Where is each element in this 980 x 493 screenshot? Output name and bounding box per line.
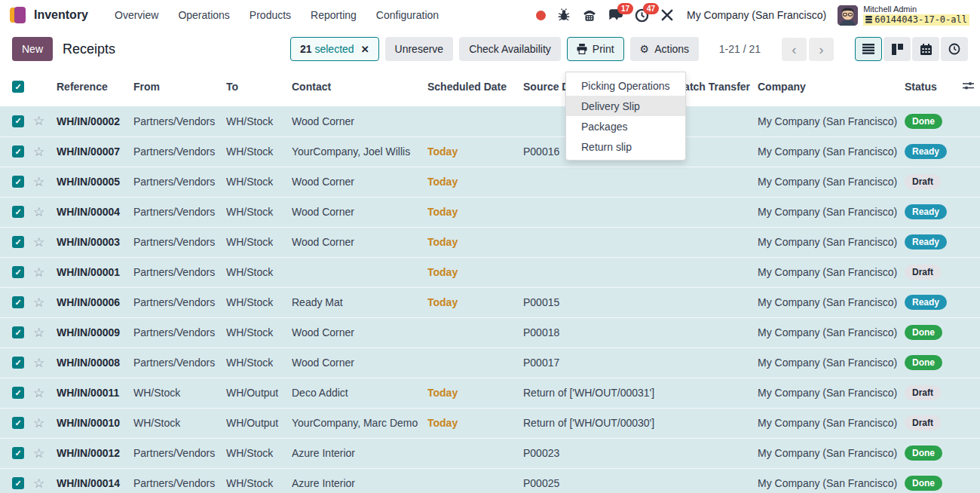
column-header-from[interactable]: From <box>133 67 226 106</box>
debug-bug-icon[interactable] <box>557 8 571 22</box>
tools-icon[interactable] <box>660 8 674 22</box>
cell-contact: Wood Corner <box>292 167 427 197</box>
menu-item-return-slip[interactable]: Return slip <box>566 136 685 157</box>
print-button[interactable]: Print <box>567 37 624 61</box>
cell-company: My Company (San Francisco) <box>758 348 905 378</box>
star-icon[interactable]: ☆ <box>33 235 44 250</box>
star-icon[interactable]: ☆ <box>33 265 44 280</box>
cell-batch-transfer <box>676 378 758 408</box>
table-row[interactable]: ✓ ☆ WH/IN/00011 WH/Stock WH/Output Deco … <box>0 378 980 408</box>
menu-item-picking-operations[interactable]: Picking Operations <box>566 75 685 96</box>
row-checkbox[interactable]: ✓ <box>12 477 24 489</box>
messages-icon[interactable]: 17 <box>608 8 623 22</box>
row-checkbox[interactable]: ✓ <box>12 417 24 429</box>
cell-reference: WH/IN/00002 <box>57 106 133 136</box>
nav-item-overview[interactable]: Overview <box>105 3 168 27</box>
row-checkbox[interactable]: ✓ <box>12 236 24 248</box>
activity-view-icon <box>948 43 960 55</box>
cell-contact: Wood Corner <box>292 197 427 227</box>
pager-next-button[interactable]: › <box>809 38 834 61</box>
user-avatar[interactable] <box>838 5 858 26</box>
select-all-checkbox[interactable]: ✓ <box>12 81 24 93</box>
row-checkbox[interactable]: ✓ <box>12 115 24 127</box>
table-row[interactable]: ✓ ☆ WH/IN/00010 WH/Stock WH/Output YourC… <box>0 408 980 438</box>
menu-item-packages[interactable]: Packages <box>566 116 685 136</box>
column-header-contact[interactable]: Contact <box>292 67 427 106</box>
status-badge: Done <box>905 476 942 491</box>
actions-button[interactable]: ⚙ Actions <box>630 37 699 61</box>
company-switcher[interactable]: My Company (San Francisco) <box>687 9 826 21</box>
table-row[interactable]: ✓ ☆ WH/IN/00012 Partners/Vendors WH/Stoc… <box>0 438 980 468</box>
unreserve-button[interactable]: Unreserve <box>385 37 454 61</box>
star-icon[interactable]: ☆ <box>33 326 44 340</box>
table-row[interactable]: ✓ ☆ WH/IN/00005 Partners/Vendors WH/Stoc… <box>0 167 980 197</box>
row-checkbox[interactable]: ✓ <box>12 326 24 338</box>
table-row[interactable]: ✓ ☆ WH/IN/00004 Partners/Vendors WH/Stoc… <box>0 197 980 227</box>
nav-item-reporting[interactable]: Reporting <box>301 3 366 27</box>
table-row[interactable]: ✓ ☆ WH/IN/00006 Partners/Vendors WH/Stoc… <box>0 287 980 317</box>
table-row[interactable]: ✓ ☆ WH/IN/00007 Partners/Vendors WH/Stoc… <box>0 136 980 167</box>
star-icon[interactable]: ☆ <box>33 295 44 310</box>
cell-company: My Company (San Francisco) <box>758 136 905 167</box>
star-icon[interactable]: ☆ <box>33 446 44 461</box>
app-name[interactable]: Inventory <box>34 8 88 22</box>
pager-previous-button[interactable]: ‹ <box>782 38 807 61</box>
star-icon[interactable]: ☆ <box>33 356 44 370</box>
cell-to: WH/Stock <box>226 197 292 227</box>
row-checkbox[interactable]: ✓ <box>12 296 24 308</box>
recording-indicator-icon <box>536 11 546 20</box>
row-checkbox[interactable]: ✓ <box>12 206 24 218</box>
column-header-batch-transfer[interactable]: Batch Transfer <box>676 67 758 106</box>
star-icon[interactable]: ☆ <box>33 145 44 159</box>
list-view-button[interactable] <box>855 37 882 61</box>
star-icon[interactable]: ☆ <box>33 114 44 128</box>
cell-from: Partners/Vendors <box>133 317 226 348</box>
row-checkbox[interactable]: ✓ <box>12 387 24 399</box>
nav-item-products[interactable]: Products <box>240 3 301 27</box>
cell-batch-transfer <box>676 348 758 378</box>
inventory-app-icon[interactable] <box>9 6 27 24</box>
row-checkbox[interactable]: ✓ <box>12 145 24 158</box>
activities-clock-icon[interactable]: 47 <box>635 8 649 23</box>
cell-scheduled-date <box>427 468 523 493</box>
column-header-to[interactable]: To <box>226 67 292 106</box>
cell-from: Partners/Vendors <box>133 287 226 317</box>
messages-count-badge: 17 <box>617 3 633 14</box>
menu-item-delivery-slip[interactable]: Delivery Slip <box>566 96 685 116</box>
table-row[interactable]: ✓ ☆ WH/IN/00008 Partners/Vendors WH/Stoc… <box>0 348 980 378</box>
table-row[interactable]: ✓ ☆ WH/IN/00001 Partners/Vendors WH/Stoc… <box>0 257 980 287</box>
user-menu[interactable]: Mitchell Admin 60144043-17-0-all <box>863 5 969 26</box>
nav-item-operations[interactable]: Operations <box>168 3 239 27</box>
star-icon[interactable]: ☆ <box>33 476 44 491</box>
status-badge: Ready <box>905 204 947 219</box>
status-badge: Ready <box>905 295 947 310</box>
check-availability-button[interactable]: Check Availability <box>459 37 561 61</box>
row-checkbox[interactable]: ✓ <box>12 266 24 278</box>
cell-scheduled-date: Today <box>427 287 523 317</box>
row-checkbox[interactable]: ✓ <box>12 447 24 459</box>
column-header-company[interactable]: Company <box>758 67 905 106</box>
table-row[interactable]: ✓ ☆ WH/IN/00003 Partners/Vendors WH/Stoc… <box>0 227 980 257</box>
star-icon[interactable]: ☆ <box>33 205 44 219</box>
table-row[interactable]: ✓ ☆ WH/IN/00014 Partners/Vendors WH/Stoc… <box>0 468 980 493</box>
column-header-reference[interactable]: Reference <box>57 67 133 106</box>
activity-view-button[interactable] <box>941 37 968 61</box>
table-row[interactable]: ✓ ☆ WH/IN/00009 Partners/Vendors WH/Stoc… <box>0 317 980 348</box>
gear-icon: ⚙ <box>640 44 650 54</box>
column-header-status[interactable]: Status <box>905 67 957 106</box>
row-checkbox[interactable]: ✓ <box>12 357 24 369</box>
column-header-scheduled-date[interactable]: Scheduled Date <box>427 67 523 106</box>
activities-count-badge: 47 <box>643 3 659 14</box>
star-icon[interactable]: ☆ <box>33 416 44 430</box>
star-icon[interactable]: ☆ <box>33 175 44 189</box>
row-checkbox[interactable]: ✓ <box>12 176 24 188</box>
new-button[interactable]: New <box>12 37 53 61</box>
nav-item-configuration[interactable]: Configuration <box>366 3 449 27</box>
calendar-view-button[interactable] <box>912 37 939 61</box>
clear-selection-icon[interactable]: ✕ <box>361 44 369 55</box>
optional-columns-icon[interactable] <box>963 81 974 90</box>
star-icon[interactable]: ☆ <box>33 386 44 400</box>
phone-icon[interactable] <box>582 8 597 22</box>
table-row[interactable]: ✓ ☆ WH/IN/00002 Partners/Vendors WH/Stoc… <box>0 106 980 136</box>
kanban-view-button[interactable] <box>884 37 911 61</box>
